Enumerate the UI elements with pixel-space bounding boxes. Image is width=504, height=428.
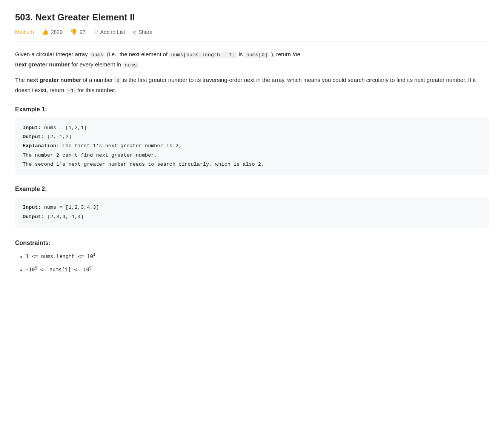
heart-icon: ♡ [93,29,98,35]
nums-code-1: nums [89,52,105,58]
example-1-explanation-label: Explanation: [23,143,59,149]
example-1-output-label: Output: [23,134,44,140]
next-greater-bold-1: next greater number [15,61,70,68]
example-2-output-value: [2,3,4,-1,4] [47,214,84,220]
example-1-section: Example 1: Input: nums = [1,2,1] Output:… [15,106,489,175]
example-2-output-label: Output: [23,214,44,220]
example-2-input-value: nums = [1,2,3,4,3] [44,205,99,210]
example-2-section: Example 2: Input: nums = [1,2,3,4,3] Out… [15,186,489,228]
constraint-2: -109 <= nums[i] <= 109 [26,265,489,274]
thumbs-down-icon: 👎 [70,29,77,35]
add-to-list-label: Add to List [100,29,125,35]
example-1-title: Example 1: [15,106,489,113]
constraint-1-code: 1 <= nums.length <= 104 [26,253,95,259]
likes-count: 2829 [51,29,63,35]
x-code: x [114,77,121,84]
example-1-input-label: Input: [23,125,41,131]
example-1-explanation-line2: The number 2 can't find next greater num… [23,151,481,160]
constraints-title: Constraints: [15,240,489,246]
meta-bar: Medium 👍 2829 👎 97 ♡ Add to List ⎋ Share [15,29,489,42]
example-2-code-block: Input: nums = [1,2,3,4,3] Output: [2,3,4… [15,197,489,228]
example-2-input: Input: nums = [1,2,3,4,3] [23,203,481,212]
share-label: Share [138,29,152,35]
example-1-explanation-line3: The second 1's next greater number needs… [23,160,481,169]
example-1-explanation: Explanation: The first 1's next greater … [23,142,481,151]
nums-code-2: nums [123,62,138,68]
example-1-code-block: Input: nums = [1,2,1] Output: [2,-1,2] E… [15,117,489,175]
example-1-output-value: [2,-1,2] [47,134,72,140]
example-2-output: Output: [2,3,4,-1,4] [23,212,481,222]
example-2-input-label: Input: [23,205,41,210]
thumbs-up-icon: 👍 [41,29,49,35]
constraints-section: Constraints: 1 <= nums.length <= 104 -10… [15,240,489,275]
constraint-1: 1 <= nums.length <= 104 [26,252,489,262]
dislikes-button[interactable]: 👎 97 [70,29,86,35]
nums-length-code: nums[nums.length - 1] [169,52,237,58]
likes-button[interactable]: 👍 2829 [41,29,63,35]
dislikes-count: 97 [80,29,86,35]
neg1-code: -1 [66,88,76,94]
example-1-input: Input: nums = [1,2,1] [23,123,481,132]
example-2-title: Example 2: [15,186,489,192]
description-paragraph-2: The next greater number of a number x is… [15,75,489,95]
problem-description: Given a circular integer array nums (i.e… [15,49,489,95]
example-1-output: Output: [2,-1,2] [23,132,481,142]
problem-title: 503. Next Greater Element II [15,12,489,23]
add-to-list-button[interactable]: ♡ Add to List [93,29,125,35]
share-button[interactable]: ⎋ Share [133,29,152,35]
constraints-list: 1 <= nums.length <= 104 -109 <= nums[i] … [15,252,489,275]
share-icon: ⎋ [133,29,136,35]
example-1-explanation-line1: The first 1's next greater number is 2; [62,143,181,149]
description-paragraph-1: Given a circular integer array nums (i.e… [15,49,489,70]
nums0-code: nums[0] [244,52,270,58]
example-1-input-value: nums = [1,2,1] [44,125,87,131]
next-greater-bold-2: next greater number [26,77,81,83]
difficulty-badge[interactable]: Medium [15,29,34,35]
constraint-2-code: -109 <= nums[i] <= 109 [26,266,92,273]
